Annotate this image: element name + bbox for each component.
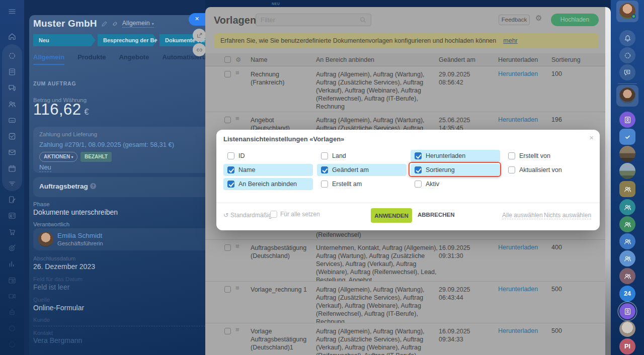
checkbox[interactable] xyxy=(508,166,515,173)
chat-avatar[interactable] xyxy=(619,321,635,337)
column-header[interactable]: Geändert am xyxy=(439,56,475,63)
contact-chat-icon[interactable] xyxy=(619,303,635,319)
feed-icon[interactable] xyxy=(8,67,17,76)
column-settings-gear-icon[interactable]: ⚙ xyxy=(235,56,241,63)
select-none-link[interactable]: Nichts auswählen xyxy=(544,212,591,219)
tab-angebote[interactable]: Angebote xyxy=(119,53,149,65)
chat-avatar[interactable] xyxy=(619,163,635,179)
checkbox[interactable] xyxy=(270,211,277,218)
checkbox[interactable] xyxy=(321,166,328,173)
drag-handle-icon[interactable]: ≡ xyxy=(235,326,239,333)
download-link[interactable]: Herunterladen xyxy=(498,327,538,334)
open-in-new-window-button[interactable] xyxy=(193,29,206,42)
payment-link[interactable]: Zahlung #279/1, 08.09.2025 (gesamt: 58,3… xyxy=(39,141,174,148)
mail-icon[interactable] xyxy=(8,148,17,157)
edit-pencil-icon[interactable] xyxy=(101,21,108,27)
pipeline-stage-chip[interactable]: Neu xyxy=(33,34,96,46)
column-toggle-erstellt-am[interactable]: Erstellt am xyxy=(317,178,407,190)
column-toggle-erstellt-von[interactable]: Erstellt von xyxy=(504,150,594,162)
checkbox[interactable] xyxy=(415,181,422,188)
pipeline-category-dropdown[interactable]: Allgemein xyxy=(122,20,154,28)
column-toggle-id[interactable]: ID xyxy=(223,150,313,162)
pipeline-stage-chip[interactable]: Besprechung der Bes... xyxy=(98,34,157,46)
calendar-icon[interactable] xyxy=(8,164,17,173)
row-checkbox[interactable] xyxy=(224,328,231,334)
row-checkbox[interactable] xyxy=(224,244,231,251)
copy-slider-link-button[interactable] xyxy=(193,43,206,56)
checkbox[interactable] xyxy=(321,152,328,159)
drive-icon[interactable] xyxy=(8,116,17,125)
contact-value-link[interactable]: Vera Bergmann xyxy=(33,336,82,344)
row-checkbox[interactable] xyxy=(224,286,231,293)
menu-icon[interactable] xyxy=(8,7,17,16)
copilot-icon[interactable] xyxy=(8,51,17,60)
slider-close-button[interactable]: × xyxy=(189,13,205,26)
group-chat-icon[interactable] xyxy=(619,233,635,249)
reset-default-link[interactable]: ↺Standardmäßig xyxy=(223,212,272,219)
checkbox[interactable] xyxy=(321,181,328,188)
bitrix24-badge[interactable]: 24 xyxy=(619,286,635,302)
checkbox[interactable] xyxy=(415,152,422,159)
cancel-button[interactable]: ABBRECHEN xyxy=(418,212,454,218)
contacts-icon[interactable] xyxy=(8,211,17,220)
column-toggle-herunterladen[interactable]: Herunterladen xyxy=(411,150,500,162)
feedback-button[interactable]: Feedback xyxy=(499,15,530,25)
drag-handle-icon[interactable]: ≡ xyxy=(235,115,239,122)
phase-value[interactable]: Dokumente unterschreiben xyxy=(33,208,118,216)
tab-allgemein[interactable]: Allgemein xyxy=(33,53,64,65)
row-checkbox[interactable] xyxy=(224,117,231,123)
automation-icon[interactable] xyxy=(8,308,17,317)
source-value[interactable]: Online-Formular xyxy=(33,304,84,312)
set-for-all-checkbox[interactable]: Für alle setzen xyxy=(270,211,320,218)
column-toggle-an-bereich-anbinden[interactable]: An Bereich anbinden xyxy=(223,178,313,190)
slider-scrollbar[interactable] xyxy=(605,7,611,355)
download-link[interactable]: Herunterladen xyxy=(498,116,538,123)
closing-date-value[interactable]: 26. Dezember 2023 xyxy=(33,262,95,271)
group-chat-icon[interactable] xyxy=(619,216,635,232)
employees-icon[interactable] xyxy=(8,100,17,109)
booking-icon[interactable] xyxy=(8,276,17,285)
group-chat-icon[interactable] xyxy=(619,268,635,284)
contact-chat-icon[interactable] xyxy=(619,112,635,128)
video-icon[interactable] xyxy=(8,292,17,301)
column-toggle-aktiv[interactable]: Aktiv xyxy=(411,178,500,190)
checkbox[interactable] xyxy=(227,181,234,188)
column-header[interactable]: Name xyxy=(251,56,267,63)
row-checkbox[interactable] xyxy=(224,71,231,77)
select-all-checkbox[interactable] xyxy=(224,56,231,63)
group-chat-icon[interactable] xyxy=(619,250,635,267)
copy-link-icon[interactable] xyxy=(112,21,118,27)
app-icon[interactable] xyxy=(8,340,17,349)
checkbox[interactable] xyxy=(227,152,234,159)
column-header[interactable]: An Bereich anbinden xyxy=(316,56,374,63)
column-toggle-land[interactable]: Land xyxy=(317,150,407,162)
tasks-chat-icon[interactable] xyxy=(619,129,635,145)
column-header[interactable]: Herunterladen xyxy=(498,56,538,63)
messenger-icon[interactable] xyxy=(8,83,17,93)
column-toggle-name[interactable]: Name xyxy=(223,164,313,176)
apply-button[interactable]: ANWENDEN xyxy=(371,208,412,223)
upload-button[interactable]: Hochladen xyxy=(551,14,599,26)
user-avatar[interactable] xyxy=(619,3,635,19)
shop-icon[interactable] xyxy=(8,227,17,236)
date-field-value[interactable]: Feld ist leer xyxy=(33,283,69,291)
download-link[interactable]: Herunterladen xyxy=(498,244,538,251)
tasks-icon[interactable] xyxy=(8,132,17,141)
group-chat-icon[interactable] xyxy=(619,181,635,197)
column-toggle-aktualisiert-von[interactable]: Aktualisiert von xyxy=(504,164,594,176)
crm-icon[interactable] xyxy=(8,179,17,188)
chat-avatar[interactable] xyxy=(619,87,635,104)
banner-more-link[interactable]: mehr xyxy=(503,37,517,44)
notifications-bell-icon[interactable] xyxy=(619,30,635,46)
filter-search-input[interactable]: Filter xyxy=(256,14,371,26)
app-icon[interactable] xyxy=(8,324,17,333)
drag-handle-icon[interactable]: ≡ xyxy=(235,284,239,292)
copilot-icon[interactable] xyxy=(619,47,635,63)
new-payment-link[interactable]: Neu xyxy=(39,163,51,172)
help-icon[interactable]: ? xyxy=(90,183,96,189)
marketing-icon[interactable] xyxy=(8,243,17,252)
drag-handle-icon[interactable]: ≡ xyxy=(235,242,239,250)
download-link[interactable]: Herunterladen xyxy=(498,286,538,293)
sign-icon[interactable] xyxy=(8,195,17,204)
modal-close-icon[interactable]: × xyxy=(589,133,594,142)
